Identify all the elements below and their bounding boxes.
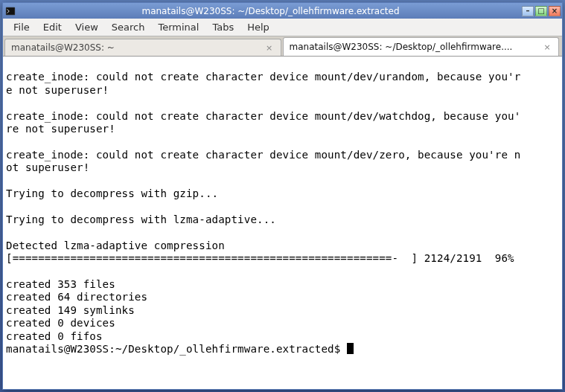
menu-view-label: View	[75, 22, 98, 33]
terminal-line: Detected lzma-adaptive compression	[6, 240, 559, 252]
terminal-line: created 149 symlinks	[6, 304, 559, 317]
terminal-line: [=======================================…	[6, 252, 559, 265]
terminal-line: created 0 devices	[6, 317, 559, 330]
menu-edit-label: Edit	[43, 22, 62, 33]
menu-help[interactable]: Help	[241, 20, 275, 34]
menu-search[interactable]: Search	[106, 20, 151, 34]
terminal-line	[6, 200, 559, 213]
terminal-line	[6, 97, 559, 109]
terminal-line	[6, 226, 559, 239]
terminal-line: create_inode: could not create character…	[6, 71, 559, 83]
terminal-line: created 0 fifos	[6, 330, 559, 343]
menu-tabs[interactable]: Tabs	[206, 20, 240, 34]
minimize-button[interactable]: –	[522, 6, 534, 16]
menu-terminal-label: Terminal	[158, 22, 199, 33]
window-title: manatails@W230SS: ~/Desktop/_ollehfirmwa…	[19, 6, 522, 16]
menu-file[interactable]: File	[7, 20, 36, 34]
menu-file-label: File	[13, 22, 30, 33]
terminal-line: created 353 files	[6, 278, 559, 291]
terminal-line	[6, 175, 559, 187]
menu-view[interactable]: View	[69, 20, 104, 34]
svg-rect-1	[7, 7, 15, 14]
tab-close-icon[interactable]: ×	[542, 42, 552, 52]
maximize-button[interactable]: □	[535, 6, 547, 16]
terminal-window: manatails@W230SS: ~/Desktop/_ollehfirmwa…	[2, 2, 563, 390]
terminal-line: create_inode: could not create character…	[6, 149, 559, 161]
terminal-line: ot superuser!	[6, 161, 559, 174]
tab-close-icon[interactable]: ×	[264, 42, 275, 53]
terminal-line	[6, 135, 559, 148]
tab-1[interactable]: manatails@W230SS: ~/Desktop/_ollehfirmwa…	[283, 37, 560, 56]
tab-0[interactable]: manatails@W230SS: ~ ×	[4, 39, 281, 56]
close-button[interactable]: ×	[549, 6, 561, 16]
menu-edit[interactable]: Edit	[37, 20, 68, 34]
terminal-line: Trying to decompress with lzma-adaptive.…	[6, 213, 559, 226]
menu-tabs-label: Tabs	[212, 22, 234, 33]
terminal-line: created 64 directories	[6, 291, 559, 303]
window-buttons: – □ ×	[522, 6, 561, 16]
terminal-line: e not superuser!	[6, 84, 559, 97]
menu-search-label: Search	[112, 22, 145, 33]
terminal-line: re not superuser!	[6, 123, 559, 135]
terminal-line: create_inode: could not create character…	[6, 110, 559, 123]
tab-label: manatails@W230SS: ~	[11, 42, 264, 53]
tab-label: manatails@W230SS: ~/Desktop/_ollehfirmwa…	[290, 42, 543, 52]
tabs-row: manatails@W230SS: ~ × manatails@W230SS: …	[3, 36, 562, 57]
titlebar[interactable]: manatails@W230SS: ~/Desktop/_ollehfirmwa…	[3, 3, 562, 19]
menu-terminal[interactable]: Terminal	[152, 20, 205, 34]
shell-prompt: manatails@W230SS:~/Desktop/_ollehfirmwar…	[6, 343, 347, 355]
terminal-line: Trying to decompress with gzip...	[6, 187, 559, 200]
terminal-prompt-line: manatails@W230SS:~/Desktop/_ollehfirmwar…	[6, 343, 559, 356]
terminal-line	[6, 266, 559, 278]
terminal-app-icon	[4, 5, 16, 17]
terminal-line	[6, 58, 559, 71]
menu-help-label: Help	[247, 22, 269, 33]
menubar: File Edit View Search Terminal Tabs Help	[3, 19, 562, 36]
terminal-output[interactable]: create_inode: could not create character…	[3, 57, 562, 389]
cursor-icon	[347, 343, 354, 354]
